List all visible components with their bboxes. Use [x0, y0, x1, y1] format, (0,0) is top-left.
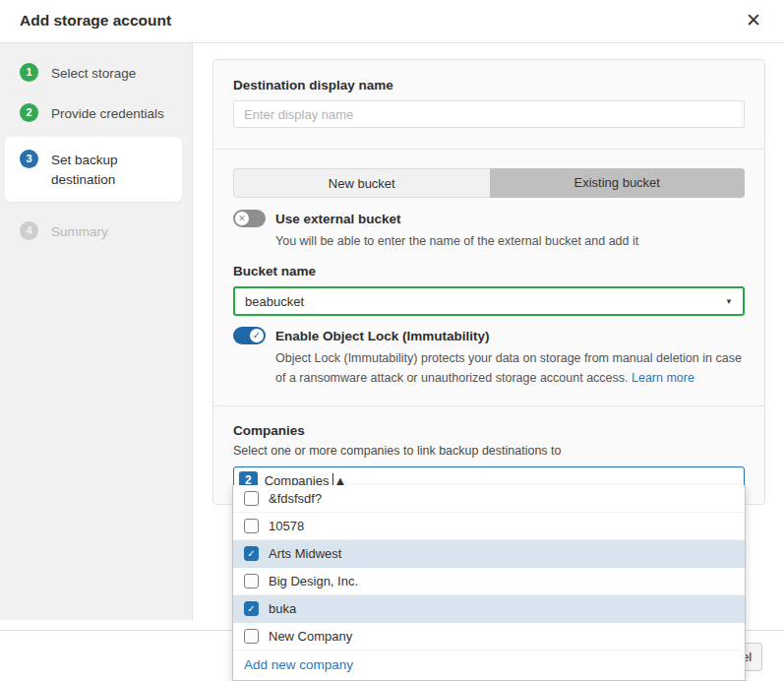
wizard-step-provide-credentials[interactable]: 2 Provide credentials	[0, 103, 192, 124]
section-divider	[213, 405, 764, 406]
checkbox-checked-icon[interactable]: ✓	[244, 546, 259, 561]
wizard-step-select-storage[interactable]: 1 Select storage	[0, 63, 192, 84]
toggle-on-icon: ✓	[250, 329, 264, 342]
tab-existing-bucket[interactable]: Existing bucket	[490, 168, 746, 198]
object-lock-toggle-row: ✓ Enable Object Lock (Immutability)	[233, 327, 745, 344]
step-number-badge: 1	[20, 63, 38, 82]
company-option[interactable]: ✓ buka	[233, 595, 745, 623]
step-number-badge: 2	[20, 103, 38, 122]
display-name-input[interactable]	[233, 100, 745, 128]
chevron-down-icon: ▼	[725, 297, 733, 306]
company-option[interactable]: 10578	[233, 513, 745, 540]
display-name-label: Destination display name	[233, 78, 745, 93]
company-option[interactable]: &fdsfsdf?	[233, 485, 745, 513]
bucket-name-label: Bucket name	[233, 264, 745, 279]
add-new-company-link[interactable]: Add new company	[233, 650, 745, 680]
company-option[interactable]: ✓ Arts Midwest	[233, 540, 745, 568]
backup-destination-form-card: Destination display name New bucket Exis…	[212, 59, 765, 505]
section-divider	[213, 149, 764, 150]
checkbox-unchecked-icon[interactable]	[244, 574, 259, 588]
bucket-name-select[interactable]: beabucket ▼	[233, 286, 745, 316]
object-lock-label: Enable Object Lock (Immutability)	[275, 329, 490, 343]
company-option[interactable]: Big Design, Inc.	[233, 568, 745, 595]
external-bucket-label: Use external bucket	[275, 212, 401, 226]
modal-title: Add storage account	[20, 12, 171, 30]
external-bucket-description: You will be able to enter the name of th…	[275, 232, 745, 251]
add-storage-account-modal: Add storage account ✕ 1 Select storage 2…	[0, 0, 784, 681]
object-lock-description: Object Lock (Immutability) protects your…	[275, 349, 745, 388]
bucket-tabs: New bucket Existing bucket	[233, 168, 745, 198]
use-external-bucket-toggle[interactable]: ✕	[233, 210, 266, 227]
object-lock-toggle[interactable]: ✓	[233, 327, 266, 344]
step-number-badge: 4	[20, 221, 38, 240]
company-option[interactable]: New Company	[233, 623, 745, 650]
wizard-step-summary: 4 Summary	[0, 221, 192, 242]
companies-dropdown: &fdsfsdf? 10578 ✓ Arts Midwest Big Desig…	[232, 485, 746, 681]
step-label: Provide credentials	[51, 103, 164, 124]
checkbox-unchecked-icon[interactable]	[244, 491, 259, 506]
tab-new-bucket[interactable]: New bucket	[233, 168, 490, 198]
step-label: Summary	[51, 221, 108, 242]
step-number-badge: 3	[20, 150, 38, 168]
step-label: Select storage	[51, 63, 136, 84]
checkbox-checked-icon[interactable]: ✓	[244, 601, 259, 616]
external-bucket-toggle-row: ✕ Use external bucket	[233, 210, 745, 227]
step-label: Set backup destination	[51, 150, 159, 189]
companies-hint: Select one or more companies to link bac…	[233, 444, 745, 458]
wizard-sidebar: 1 Select storage 2 Provide credentials 3…	[0, 43, 193, 620]
wizard-step-set-backup-destination[interactable]: 3 Set backup destination	[5, 137, 182, 202]
close-icon[interactable]: ✕	[741, 8, 766, 33]
bucket-name-value: beabucket	[245, 294, 304, 309]
modal-header: Add storage account ✕	[0, 0, 784, 43]
checkbox-unchecked-icon[interactable]	[244, 629, 259, 644]
checkbox-unchecked-icon[interactable]	[244, 519, 259, 533]
learn-more-link[interactable]: Learn more	[632, 371, 694, 385]
toggle-off-icon: ✕	[235, 212, 249, 225]
companies-label: Companies	[233, 423, 745, 438]
